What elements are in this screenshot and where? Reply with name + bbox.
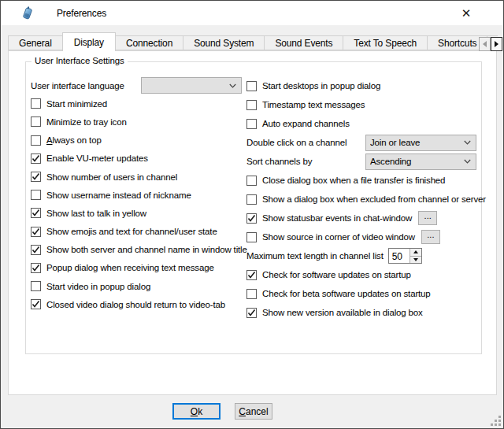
checkbox[interactable] [31, 190, 41, 200]
spinbox-value[interactable]: 50 [389, 249, 410, 263]
chevron-down-icon [464, 140, 471, 145]
close-icon: ✕ [461, 6, 472, 20]
combo-row-label: Sort channels by [246, 157, 365, 166]
combo-row: Double click on a channelJoin or leave [246, 133, 483, 152]
chevron-down-icon [464, 140, 471, 145]
chevron-down-icon [464, 159, 471, 164]
spin-up-button[interactable] [410, 249, 421, 256]
checkbox[interactable] [31, 263, 41, 273]
checkbox-label: Show a dialog box when excluded from cha… [262, 194, 486, 204]
left-arrow-icon [483, 41, 487, 47]
checkbox-row: Show new version available in dialog box [246, 303, 483, 322]
checkbox-label: Check for software updates on startup [262, 270, 411, 279]
checkbox[interactable] [31, 135, 41, 146]
checkbox[interactable] [246, 194, 257, 205]
checkbox[interactable] [31, 299, 41, 309]
checkbox[interactable] [31, 172, 41, 182]
tab-bar: GeneralDisplayConnectionSound SystemSoun… [8, 32, 498, 51]
checkbox[interactable] [246, 308, 257, 318]
chevron-down-icon [464, 159, 471, 164]
check-icon [32, 172, 40, 181]
checkbox[interactable] [31, 153, 41, 164]
checkbox-row: Show source in corner of video window... [246, 227, 483, 246]
checkbox-row: Show emojis and text for channel/user st… [31, 223, 246, 241]
checkbox[interactable] [31, 98, 41, 109]
ok-button-label: Ok [191, 406, 202, 417]
checkbox[interactable] [246, 176, 257, 186]
checkbox[interactable] [246, 81, 257, 91]
checkbox-label: Auto expand channels [262, 119, 350, 128]
check-icon [32, 227, 40, 236]
checkbox[interactable] [246, 270, 257, 280]
tab-label: Connection [126, 38, 172, 49]
check-icon [32, 246, 40, 254]
tab-label: Shortcuts [438, 38, 476, 49]
ok-button[interactable]: Ok [172, 403, 220, 420]
tab-scroll-left-button[interactable] [479, 37, 491, 51]
checkbox-row: Timestamp text messages [246, 95, 483, 114]
checkbox-label: Show source in corner of video window [262, 232, 415, 242]
checkbox[interactable] [31, 245, 41, 255]
checkbox-label: Start desktops in popup dialog [262, 81, 380, 91]
checkbox[interactable] [31, 227, 41, 237]
combobox[interactable]: Join or leave [365, 135, 476, 151]
tab-general[interactable]: General [8, 35, 63, 50]
checkbox-label: Check for beta software updates on start… [262, 289, 431, 298]
checkbox-label: Show username instead of nickname [46, 190, 191, 200]
tab-text-to-speech[interactable]: Text To Speech [343, 35, 428, 50]
tab-display[interactable]: Display [62, 32, 116, 51]
group-title: User Interface Settings [32, 56, 128, 65]
combobox[interactable] [141, 77, 242, 94]
checkbox-label: Timestamp text messages [262, 100, 365, 109]
checkbox-label: Closed video dialog should return to vid… [46, 300, 225, 309]
checkbox-row: Show both server and channel name in win… [31, 241, 246, 259]
checkbox[interactable] [31, 116, 41, 127]
checkbox-row: Show username instead of nickname [31, 186, 246, 204]
more-options-button[interactable]: ... [418, 211, 437, 225]
checkbox-row: Show a dialog box when excluded from cha… [246, 190, 483, 209]
combo-row: User interface language [31, 76, 246, 94]
check-icon [247, 214, 256, 223]
up-arrow-icon [413, 250, 418, 253]
tab-label: General [19, 38, 52, 49]
checkbox-row: Minimize to tray icon [31, 113, 246, 131]
checkbox[interactable] [246, 232, 257, 242]
checkbox-label: Show emojis and text for channel/user st… [46, 227, 217, 236]
combobox[interactable]: Ascending [365, 153, 476, 170]
checkbox-row: Always on top [31, 131, 246, 150]
display-tab-page: User Interface Settings User interface l… [8, 50, 497, 395]
checkbox-label: Show both server and channel name in win… [46, 245, 247, 254]
check-icon [247, 271, 256, 279]
checkbox[interactable] [246, 119, 257, 129]
tab-label: Sound System [194, 38, 254, 49]
tab-connection[interactable]: Connection [115, 35, 183, 50]
checkbox-row: Popup dialog when receiving text message [31, 259, 246, 277]
spinbox[interactable]: 50 [388, 248, 422, 264]
checkbox[interactable] [31, 208, 41, 218]
app-icon [20, 6, 35, 20]
close-button[interactable]: ✕ [454, 3, 478, 23]
checkbox-label: Show number of users in channel [46, 172, 177, 182]
check-icon [247, 309, 256, 317]
more-options-button[interactable]: ... [421, 230, 440, 244]
chevron-down-icon [229, 83, 236, 88]
combo-row: Sort channels byAscending [246, 152, 483, 171]
user-interface-settings-group: User Interface Settings User interface l… [25, 61, 482, 354]
checkbox-label: Minimize to tray icon [46, 117, 127, 127]
tab-sound-events[interactable]: Sound Events [264, 35, 343, 50]
spin-buttons [410, 249, 421, 263]
checkbox[interactable] [246, 100, 257, 110]
down-arrow-icon [413, 258, 418, 261]
checkbox[interactable] [246, 289, 257, 299]
cancel-button[interactable]: Cancel [235, 403, 272, 420]
checkbox-row: Closed video dialog should return to vid… [31, 295, 246, 313]
tab-scroll-buttons [479, 37, 502, 51]
preferences-dialog: Preferences ✕ GeneralDisplayConnectionSo… [0, 0, 504, 429]
checkbox[interactable] [31, 281, 41, 291]
spin-down-button[interactable] [410, 256, 421, 264]
tab-scroll-right-button[interactable] [491, 37, 502, 51]
checkbox-row: Show last to talk in yellow [31, 204, 246, 222]
resize-grip[interactable] [491, 416, 501, 426]
checkbox[interactable] [246, 213, 257, 224]
tab-sound-system[interactable]: Sound System [183, 35, 265, 50]
